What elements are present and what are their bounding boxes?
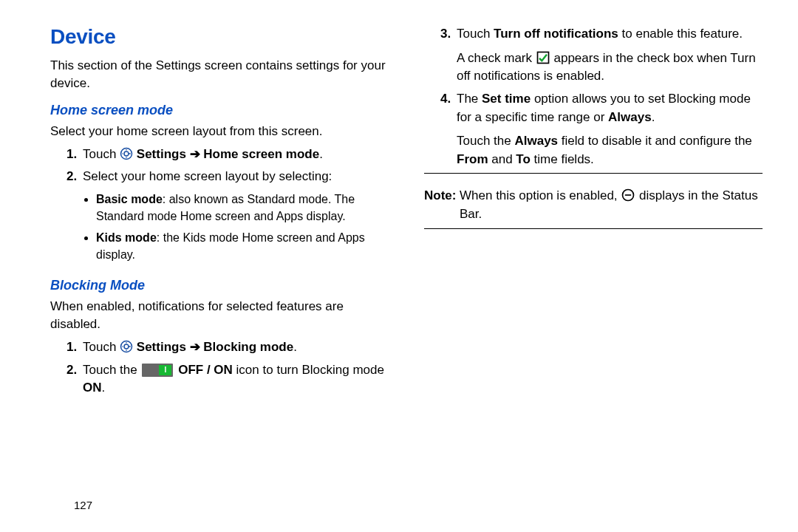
step-bold: OFF / ON (178, 363, 233, 377)
heading-device: Device (50, 22, 389, 52)
step-text: to enable this feature. (622, 27, 743, 41)
step-bold: Always (608, 110, 652, 124)
note-block: Note: When this option is enabled, displ… (424, 187, 763, 223)
svg-rect-10 (537, 52, 548, 63)
step-text: time fields. (534, 152, 594, 166)
step-number: 2. (66, 361, 83, 398)
right-step-4: 4. The Set time option allows you to set… (440, 90, 763, 169)
step-number: 1. (66, 338, 83, 357)
device-intro: This section of the Settings screen cont… (50, 57, 389, 93)
step-bold: From (457, 152, 488, 166)
note-text: displays in the (639, 188, 722, 202)
right-step-3: 3. Touch Turn off notifications to enabl… (440, 25, 763, 86)
heading-home-screen-mode: Home screen mode (50, 100, 389, 120)
home-bullet-2: Kids mode: the Kids mode Home screen and… (96, 229, 389, 263)
step-text: The (457, 92, 482, 106)
step-number: 2. (66, 168, 83, 267)
note-text: When this option is enabled, (460, 188, 621, 202)
blocking-step-1: 1. Touch (66, 338, 389, 357)
step-text: Touch (83, 147, 120, 161)
home-intro: Select your home screen layout from this… (50, 123, 389, 141)
note-divider-top (424, 173, 763, 174)
off-on-toggle-icon (142, 364, 173, 377)
step-text: Touch (83, 340, 120, 354)
home-step-1: 1. Touch (66, 146, 389, 164)
step-text: . (102, 381, 106, 395)
right-column: 3. Touch Turn off notifications to enabl… (424, 22, 763, 402)
step-bold: To (516, 152, 531, 166)
step-text: and (491, 152, 516, 166)
home-bullets: Basic mode: also known as Standard mode.… (83, 191, 389, 264)
blocking-steps-list: 1. Touch (50, 338, 389, 398)
step-text: Select your home screen layout by select… (83, 169, 332, 183)
step-text: Touch the (83, 363, 140, 377)
step-number: 1. (66, 146, 83, 164)
left-column: Device This section of the Settings scre… (50, 22, 389, 402)
step-text: A check mark (457, 51, 536, 65)
step-bold: Set time (482, 92, 531, 106)
step-text: icon to turn Blocking mode (236, 363, 384, 377)
step-number: 3. (440, 25, 457, 86)
checkmark-icon (536, 50, 550, 65)
settings-icon (120, 147, 133, 160)
page-number: 127 (74, 499, 92, 511)
home-step-2: 2. Select your home screen layout by sel… (66, 168, 389, 267)
step-text: field to disable it and configure the (562, 134, 752, 148)
home-bullet-1: Basic mode: also known as Standard mode.… (96, 191, 389, 225)
step-text: Touch the (457, 134, 514, 148)
heading-blocking-mode: Blocking Mode (50, 276, 389, 295)
step-text: Touch (457, 27, 494, 41)
step-bold: Turn off notifications (494, 27, 618, 41)
step-number: 4. (440, 90, 457, 169)
blocking-intro: When enabled, notifications for selected… (50, 298, 389, 334)
bullet-label: Kids mode (96, 231, 157, 244)
step-bold: Settings ➔ Home screen mode (137, 147, 319, 161)
settings-icon (120, 340, 133, 353)
step-text: . (652, 110, 655, 124)
right-steps-list: 3. Touch Turn off notifications to enabl… (424, 25, 763, 168)
note-divider-bottom (424, 228, 763, 229)
step-bold: ON (83, 381, 102, 395)
home-steps-list: 1. Touch (50, 146, 389, 268)
step-bold: Always (514, 134, 558, 148)
blocking-step-2: 2. Touch the OFF / ON icon to turn Block… (66, 361, 389, 398)
blocking-mode-status-icon (621, 188, 635, 202)
bullet-label: Basic mode (96, 193, 163, 205)
step-bold: Settings ➔ Blocking mode (137, 340, 293, 354)
note-label: Note: (424, 187, 460, 223)
